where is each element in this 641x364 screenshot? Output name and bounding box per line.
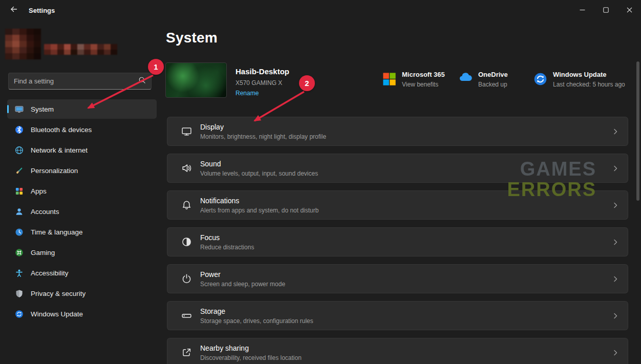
sidebar-item-gaming[interactable]: Gaming [7, 243, 157, 262]
status-card-title: OneDrive [478, 71, 508, 78]
sidebar-item-system[interactable]: System [7, 99, 157, 119]
settings-row-sound[interactable]: Sound Volume levels, output, input, soun… [167, 154, 628, 183]
window-controls [570, 0, 641, 20]
username-pixelated [44, 44, 117, 55]
status-card-subtitle: View benefits [402, 81, 445, 88]
row-subtitle: Screen and sleep, power mode [200, 281, 285, 288]
titlebar: Settings [0, 0, 641, 20]
device-wallpaper-thumbnail [166, 63, 226, 97]
scrollbar-thumb[interactable] [636, 61, 639, 201]
storage-drive-icon [181, 310, 192, 322]
close-icon [627, 6, 632, 15]
settings-row-storage[interactable]: Storage Storage space, drives, configura… [167, 301, 628, 330]
xbox-icon [14, 248, 24, 257]
minimize-icon [580, 6, 585, 15]
sidebar-item-bluetooth-devices[interactable]: Bluetooth & devices [7, 120, 157, 139]
maximize-icon [603, 6, 609, 15]
row-subtitle: Storage space, drives, configuration rul… [200, 317, 313, 325]
globe-icon [14, 145, 24, 155]
settings-row-nearby-sharing[interactable]: Nearby sharing Discoverability, received… [167, 338, 628, 364]
sidebar-item-label: Windows Update [31, 310, 83, 318]
close-button[interactable] [617, 0, 641, 20]
row-title: Nearby sharing [200, 344, 302, 352]
user-profile-blurred[interactable] [5, 29, 120, 59]
search-icon [138, 76, 146, 86]
row-subtitle: Monitors, brightness, night light, displ… [200, 133, 326, 140]
sidebar-item-label: System [31, 105, 54, 113]
bell-icon [181, 200, 192, 211]
sidebar-item-personalization[interactable]: Personalization [7, 161, 157, 180]
chevron-right-icon [611, 238, 619, 248]
accessibility-person-icon [14, 268, 24, 277]
apps-grid-icon [14, 186, 24, 196]
display-icon [181, 126, 192, 137]
selected-indicator [7, 105, 9, 113]
chevron-right-icon [611, 349, 619, 359]
settings-row-focus[interactable]: Focus Reduce distractions [167, 227, 628, 256]
maximize-button[interactable] [594, 0, 617, 20]
row-subtitle: Discoverability, received files location [200, 354, 302, 361]
settings-row-notifications[interactable]: Notifications Alerts from apps and syste… [167, 190, 628, 220]
settings-list: Display Monitors, brightness, night ligh… [167, 117, 628, 364]
step-2-badge: 2 [299, 75, 315, 91]
sidebar-item-time-language[interactable]: Time & language [7, 222, 157, 242]
sidebar-item-label: Personalization [31, 167, 78, 175]
sidebar-item-network-internet[interactable]: Network & internet [7, 140, 157, 160]
microsoft-365-card[interactable]: Microsoft 365 View benefits [382, 71, 445, 88]
row-title: Storage [200, 307, 313, 315]
sidebar-item-label: Gaming [31, 249, 55, 256]
microsoft-logo-icon [382, 72, 396, 86]
focus-icon [181, 237, 192, 248]
windows-update-card[interactable]: Windows Update Last checked: 5 hours ago [533, 71, 625, 88]
row-title: Focus [200, 233, 254, 242]
clock-icon [14, 227, 24, 237]
sidebar: System Bluetooth & devices Network & int… [0, 20, 164, 364]
settings-row-display[interactable]: Display Monitors, brightness, night ligh… [167, 117, 628, 146]
row-subtitle: Reduce distractions [200, 244, 254, 251]
sidebar-nav: System Bluetooth & devices Network & int… [0, 99, 164, 325]
sidebar-item-privacy-security[interactable]: Privacy & security [7, 284, 157, 303]
sidebar-item-windows-update[interactable]: Windows Update [7, 304, 157, 324]
onedrive-card[interactable]: OneDrive Backed up [459, 71, 508, 88]
page-title: System [166, 30, 218, 46]
sidebar-item-label: Privacy & security [31, 290, 86, 297]
sidebar-item-accessibility[interactable]: Accessibility [7, 263, 157, 283]
power-icon [181, 273, 192, 285]
device-name: Hasib-Desktop [236, 67, 289, 76]
avatar-pixelated [5, 29, 41, 59]
back-button[interactable] [6, 3, 22, 17]
shield-icon [14, 289, 24, 298]
minimize-button[interactable] [570, 0, 594, 20]
speaker-icon [181, 163, 192, 174]
status-card-title: Microsoft 365 [402, 71, 445, 78]
app-title: Settings [29, 7, 55, 14]
sidebar-item-label: Accounts [31, 208, 59, 216]
row-title: Notifications [200, 197, 318, 205]
sidebar-item-label: Time & language [31, 228, 83, 236]
chevron-right-icon [611, 127, 619, 138]
paintbrush-icon [14, 166, 24, 175]
settings-row-power[interactable]: Power Screen and sleep, power mode [167, 264, 628, 293]
chevron-right-icon [611, 201, 619, 211]
onedrive-cloud-icon [459, 72, 473, 86]
search-box [8, 73, 152, 90]
status-card-subtitle: Backed up [478, 81, 508, 88]
sidebar-item-label: Bluetooth & devices [31, 126, 92, 134]
device-model: X570 GAMING X [236, 79, 282, 87]
sidebar-item-accounts[interactable]: Accounts [7, 202, 157, 221]
status-card-title: Windows Update [553, 71, 625, 78]
row-title: Display [200, 123, 326, 131]
search-input[interactable] [14, 77, 138, 85]
sidebar-item-label: Network & internet [31, 146, 88, 154]
rename-link[interactable]: Rename [236, 90, 259, 97]
row-title: Power [200, 270, 285, 279]
back-arrow-icon [10, 5, 18, 15]
row-title: Sound [200, 160, 318, 168]
status-card-subtitle: Last checked: 5 hours ago [553, 81, 625, 88]
windows-update-icon [14, 309, 24, 318]
sidebar-item-apps[interactable]: Apps [7, 181, 157, 201]
bluetooth-icon [14, 125, 24, 134]
person-icon [14, 207, 24, 216]
row-subtitle: Alerts from apps and system, do not dist… [200, 207, 318, 214]
system-icon [14, 104, 24, 114]
